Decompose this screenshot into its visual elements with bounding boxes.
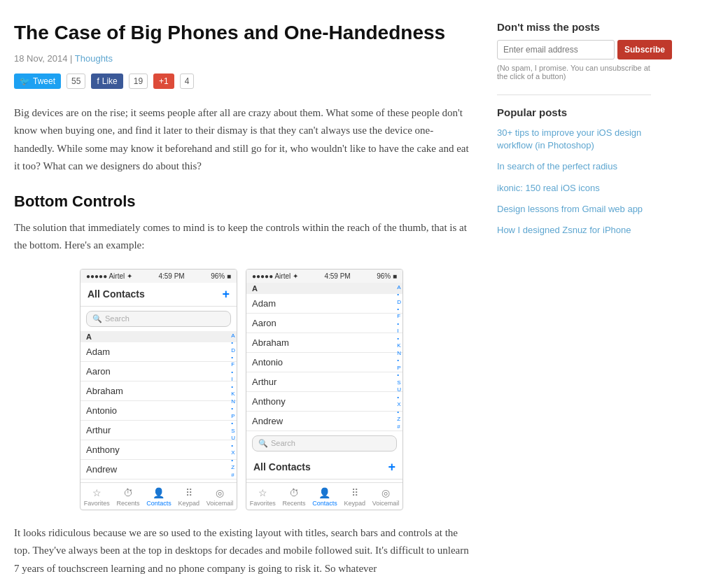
subscribe-section-title: Don't miss the posts	[497, 21, 651, 33]
status-left-signal: ●●●●● Airtel ✦	[86, 272, 132, 280]
tab-voicemail-right[interactable]: ◎Voicemail	[372, 487, 400, 507]
contact-list-left: A Adam Aaron Abraham Antonio Arthur Anth…	[80, 331, 237, 479]
article-title: The Case of Big Phones and One-Handednes…	[14, 21, 469, 45]
body-paragraph-2: It looks ridiculous because we are so us…	[14, 524, 469, 574]
tweet-label: Tweet	[33, 76, 55, 86]
tab-keypad-right[interactable]: ⠿Keypad	[344, 487, 365, 507]
status-right-battery: 96% ■	[377, 272, 397, 280]
contact-abraham-right[interactable]: Abraham	[246, 333, 402, 353]
phone-left-header: All Contacts +	[80, 283, 237, 307]
contact-aaron[interactable]: Aaron	[80, 362, 237, 382]
contact-aaron-right[interactable]: Aaron	[246, 314, 402, 333]
tweet-bird-icon: 🐦	[20, 76, 30, 86]
contact-letter-a-right: A	[246, 283, 402, 294]
phone-right-tab-bar: ☆Favorites ⏱Recents 👤Contacts ⠿Keypad ◎V…	[246, 482, 402, 510]
phone-left-search[interactable]: 🔍 Search	[86, 311, 231, 327]
tab-recents-right[interactable]: ⏱Recents	[283, 487, 306, 507]
status-left-battery: 96% ■	[211, 272, 231, 280]
tab-recents-left[interactable]: ⏱Recents	[117, 487, 140, 507]
contact-index-right: A•D•F• I•KN•P •SU•X• Z#	[397, 283, 401, 431]
meta-separator: |	[70, 53, 72, 64]
popular-posts-title: Popular posts	[497, 106, 651, 118]
subscribe-button[interactable]: Subscribe	[617, 40, 672, 59]
contact-arthur[interactable]: Arthur	[80, 421, 237, 440]
search-icon-right: 🔍	[258, 439, 268, 448]
tab-voicemail-left[interactable]: ◎Voicemail	[206, 487, 234, 507]
email-input[interactable]	[497, 40, 615, 59]
gplus-label: +1	[159, 76, 169, 86]
contact-adam-right[interactable]: Adam	[246, 294, 402, 314]
popular-post-link-5[interactable]: How I designed Zsnuz for iPhone	[497, 224, 651, 237]
phone-right-header-title: All Contacts	[253, 461, 311, 472]
gplus-button[interactable]: +1	[153, 74, 174, 89]
like-count: 19	[129, 74, 148, 89]
phone-mockup-right: ●●●●● Airtel ✦ 4:59 PM 96% ■ A Adam Aaro…	[246, 269, 403, 510]
tab-contacts-left[interactable]: 👤Contacts	[146, 487, 172, 507]
phone-right-add-btn[interactable]: +	[388, 460, 396, 475]
social-buttons: 🐦 Tweet 55 f Like 19 +1 4	[14, 74, 469, 89]
section-1-heading: Bottom Controls	[14, 192, 469, 211]
contact-list-right: A Adam Aaron Abraham Antonio Arthur Anth…	[246, 283, 402, 431]
section-1-paragraph-1: The solution that immediately comes to m…	[14, 219, 469, 255]
status-left-time: 4:59 PM	[158, 272, 184, 280]
tweet-button[interactable]: 🐦 Tweet	[14, 74, 61, 89]
contact-antonio[interactable]: Antonio	[80, 401, 237, 421]
phone-left-header-title: All Contacts	[88, 288, 145, 300]
status-right-signal: ●●●●● Airtel ✦	[252, 272, 298, 280]
contact-anthony-right[interactable]: Anthony	[246, 392, 402, 412]
status-bar-left: ●●●●● Airtel ✦ 4:59 PM 96% ■	[80, 270, 237, 283]
phone-left-search-text: Search	[105, 314, 130, 323]
contact-adam[interactable]: Adam	[80, 342, 237, 362]
article-category[interactable]: Thoughts	[75, 53, 113, 64]
tweet-count: 55	[66, 74, 85, 89]
email-form: Subscribe	[497, 40, 651, 59]
phone-left-add-btn[interactable]: +	[222, 287, 230, 302]
search-icon-left: 🔍	[92, 314, 102, 323]
like-label: Like	[102, 76, 118, 86]
sidebar-divider	[497, 94, 651, 95]
fb-icon: f	[97, 76, 99, 86]
contact-index-left: A•D•F• I•KN•P •SU•X• Z#	[231, 331, 235, 479]
contact-anthony[interactable]: Anthony	[80, 440, 237, 460]
gplus-count: 4	[180, 74, 195, 89]
tab-favorites-right[interactable]: ☆Favorites	[250, 487, 276, 507]
phone-left-tab-bar: ☆Favorites ⏱Recents 👤Contacts ⠿Keypad ◎V…	[80, 482, 237, 510]
phone-right-header: All Contacts +	[246, 456, 402, 479]
contact-antonio-right[interactable]: Antonio	[246, 353, 402, 372]
tab-contacts-right[interactable]: 👤Contacts	[312, 487, 337, 507]
contact-arthur-right[interactable]: Arthur	[246, 372, 402, 392]
contact-andrew[interactable]: Andrew	[80, 460, 237, 479]
phone-mockup-container: ●●●●● Airtel ✦ 4:59 PM 96% ■ All Contact…	[14, 269, 469, 510]
popular-post-link-2[interactable]: In search of the perfect radius	[497, 160, 651, 173]
article-body: Big devices are on the rise; it seems pe…	[14, 104, 469, 574]
contact-andrew-right[interactable]: Andrew	[246, 412, 402, 431]
phone-right-search-text: Search	[271, 439, 295, 447]
popular-post-link-3[interactable]: ikonic: 150 real iOS icons	[497, 182, 651, 195]
phone-right-search[interactable]: 🔍 Search	[252, 435, 397, 451]
main-content: The Case of Big Phones and One-Handednes…	[14, 21, 469, 574]
status-bar-right: ●●●●● Airtel ✦ 4:59 PM 96% ■	[246, 270, 402, 283]
tab-keypad-left[interactable]: ⠿Keypad	[178, 487, 200, 507]
no-spam-text: (No spam, I promise. You can unsubscribe…	[497, 64, 651, 80]
status-right-time: 4:59 PM	[324, 272, 350, 280]
contact-letter-a: A	[80, 331, 237, 342]
contact-abraham[interactable]: Abraham	[80, 382, 237, 401]
tab-favorites-left[interactable]: ☆Favorites	[84, 487, 110, 507]
article-date: 18 Nov, 2014	[14, 53, 67, 64]
article-meta: 18 Nov, 2014 | Thoughts	[14, 53, 469, 64]
body-paragraph-1: Big devices are on the rise; it seems pe…	[14, 104, 469, 176]
facebook-like-button[interactable]: f Like	[91, 74, 122, 89]
sidebar: Don't miss the posts Subscribe (No spam,…	[497, 21, 651, 574]
page-wrapper: The Case of Big Phones and One-Handednes…	[0, 0, 728, 574]
popular-posts-list: 30+ tips to improve your iOS design work…	[497, 127, 651, 237]
popular-post-link-4[interactable]: Design lessons from Gmail web app	[497, 203, 651, 216]
popular-post-link-1[interactable]: 30+ tips to improve your iOS design work…	[497, 127, 651, 152]
phone-mockup-left: ●●●●● Airtel ✦ 4:59 PM 96% ■ All Contact…	[80, 269, 237, 510]
